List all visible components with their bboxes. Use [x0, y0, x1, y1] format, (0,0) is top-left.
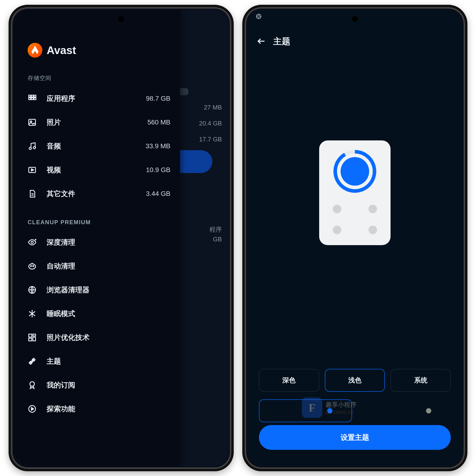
aperture-icon	[255, 13, 262, 19]
preview-dot-icon	[368, 205, 377, 213]
svg-point-23	[256, 14, 261, 19]
premium-item-subscription[interactable]: 我的订阅	[28, 373, 170, 397]
robot-icon	[28, 262, 47, 271]
svg-rect-1	[29, 95, 31, 97]
brand: Avast	[28, 43, 170, 58]
svg-rect-20	[29, 338, 32, 341]
svg-point-15	[33, 266, 34, 267]
section-label-storage: 存储空间	[28, 74, 170, 82]
svg-rect-17	[29, 334, 32, 337]
preview-dot-icon	[333, 226, 341, 234]
section-label-premium: CLEANUP PREMIUM	[28, 219, 170, 226]
premium-item-auto-clean[interactable]: 自动清理	[28, 254, 170, 278]
svg-rect-4	[29, 98, 31, 100]
color-swatch-icon	[426, 408, 431, 413]
svg-point-12	[31, 241, 33, 243]
row-label: 我的订阅	[47, 380, 170, 390]
theme-mode-options: 深色 浅色 系统	[259, 369, 451, 392]
premium-item-explore[interactable]: 探索功能	[28, 397, 170, 421]
row-label: 深度清理	[47, 238, 170, 247]
arrow-left-icon	[256, 36, 266, 46]
back-button[interactable]	[256, 36, 266, 47]
video-icon	[28, 165, 47, 174]
phone-left: F 趣享小程序 QX.OOVC.CC 27 MB 20.4 GB 17.7 GB…	[9, 5, 234, 471]
theme-option-light[interactable]: 浅色	[325, 369, 385, 392]
file-icon	[28, 189, 47, 198]
button-label: 设置主题	[340, 433, 369, 442]
svg-rect-6	[34, 98, 36, 100]
theme-screen: 主题 深色 浅色 系统	[247, 10, 463, 466]
row-value: 98.7 GB	[146, 95, 170, 102]
premium-item-photo-optimize[interactable]: 照片优化技术	[28, 325, 170, 349]
storage-item-audio[interactable]: 音频 33.9 MB	[28, 134, 170, 158]
svg-rect-2	[32, 95, 33, 97]
accent-option-blue[interactable]	[259, 399, 352, 422]
app-background: F 趣享小程序 QX.OOVC.CC 27 MB 20.4 GB 17.7 GB…	[13, 10, 229, 466]
music-note-icon	[28, 142, 47, 151]
image-icon	[28, 118, 47, 127]
premium-item-sleep-mode[interactable]: 睡眠模式	[28, 302, 170, 325]
row-label: 探索功能	[47, 404, 170, 414]
row-label: 浏览器清理器	[47, 285, 170, 295]
phone-right: 主题 深色 浅色 系统	[242, 5, 467, 471]
storage-item-photos[interactable]: 照片 560 MB	[28, 110, 170, 134]
navigation-drawer: Avast 存储空间 应用程序 98.7 GB 照片 560 MB 音频 33.…	[13, 10, 180, 466]
accent-color-options	[259, 399, 451, 422]
play-circle-icon	[28, 404, 47, 413]
row-value: 33.9 MB	[146, 142, 170, 150]
topbar: 主题	[256, 36, 453, 47]
accent-option-olive[interactable]	[358, 399, 451, 422]
row-label: 其它文件	[47, 189, 146, 199]
theme-option-system[interactable]: 系统	[391, 369, 451, 392]
svg-point-21	[30, 382, 34, 386]
row-label: 睡眠模式	[47, 309, 170, 319]
row-value: 3.44 GB	[146, 190, 170, 198]
svg-rect-19	[33, 337, 35, 341]
option-label: 深色	[282, 376, 296, 385]
svg-point-10	[33, 147, 36, 149]
row-value: 10.9 GB	[146, 166, 170, 174]
color-swatch-icon	[327, 408, 333, 413]
fan-icon	[28, 357, 47, 366]
dashboard-icon	[28, 333, 47, 342]
progress-ring-icon	[333, 150, 376, 193]
svg-rect-5	[32, 98, 33, 100]
option-label: 浅色	[348, 376, 361, 385]
premium-item-deep-clean[interactable]: 深度清理	[28, 230, 170, 254]
row-value: 560 MB	[148, 119, 171, 126]
svg-point-14	[31, 266, 32, 267]
preview-dot-icon	[333, 205, 341, 213]
premium-item-browser-cleaner[interactable]: 浏览器清理器	[28, 278, 170, 302]
storage-item-apps[interactable]: 应用程序 98.7 GB	[28, 87, 170, 110]
theme-option-dark[interactable]: 深色	[259, 369, 319, 392]
svg-point-9	[29, 147, 31, 150]
svg-rect-7	[29, 119, 36, 125]
row-label: 主题	[47, 357, 170, 366]
svg-rect-3	[34, 95, 36, 97]
row-label: 照片	[47, 118, 148, 127]
set-theme-button[interactable]: 设置主题	[259, 425, 451, 450]
snowflake-icon	[28, 309, 47, 318]
row-label: 照片优化技术	[47, 333, 170, 342]
brand-name: Avast	[47, 44, 76, 57]
svg-point-13	[29, 264, 36, 269]
page-title: 主题	[273, 36, 290, 47]
row-label: 应用程序	[47, 94, 146, 103]
storage-item-other[interactable]: 其它文件 3.44 GB	[28, 182, 170, 206]
globe-icon	[28, 285, 47, 294]
row-label: 视频	[47, 165, 146, 175]
storage-item-video[interactable]: 视频 10.9 GB	[28, 158, 170, 182]
svg-rect-18	[33, 334, 35, 336]
row-label: 自动清理	[47, 261, 170, 271]
eye-plus-icon	[28, 238, 47, 247]
apps-grid-icon	[28, 94, 47, 103]
status-bar	[255, 13, 262, 21]
option-label: 系统	[414, 376, 427, 385]
premium-item-theme[interactable]: 主题	[28, 349, 170, 373]
rosette-icon	[28, 381, 47, 390]
avast-logo-icon	[28, 43, 42, 58]
theme-preview-card	[319, 140, 391, 245]
preview-dot-icon	[368, 226, 377, 234]
row-label: 音频	[47, 141, 146, 151]
